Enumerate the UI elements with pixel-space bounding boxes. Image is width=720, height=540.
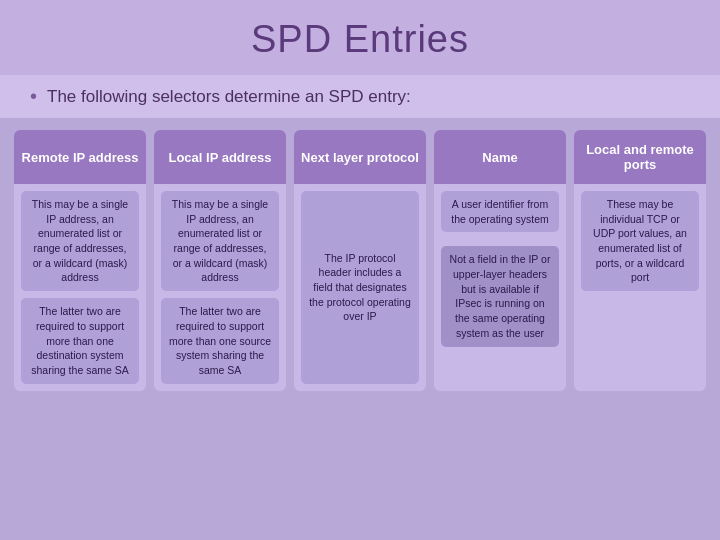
- card-local-ip: Local IP address This may be a single IP…: [154, 130, 286, 391]
- bullet-icon: •: [30, 85, 37, 108]
- card-name-block-bottom: Not a field in the IP or upper-layer hea…: [441, 246, 559, 346]
- page-title: SPD Entries: [20, 18, 700, 61]
- card-name-block-top: A user identifier from the operating sys…: [441, 191, 559, 232]
- card-local-remote-ports-block1: These may be individual TCP or UDP port …: [581, 191, 699, 291]
- card-remote-ip-body: This may be a single IP address, an enum…: [14, 184, 146, 391]
- card-local-ip-body: This may be a single IP address, an enum…: [154, 184, 286, 391]
- card-local-ip-block1: This may be a single IP address, an enum…: [161, 191, 279, 291]
- cards-container: Remote IP address This may be a single I…: [0, 118, 720, 403]
- card-remote-ip: Remote IP address This may be a single I…: [14, 130, 146, 391]
- card-next-layer-block1: The IP protocol header includes a field …: [301, 191, 419, 384]
- subtitle-text: The following selectors determine an SPD…: [47, 87, 411, 107]
- card-name: Name A user identifier from the operatin…: [434, 130, 566, 391]
- card-local-ip-header: Local IP address: [154, 130, 286, 184]
- card-next-layer: Next layer protocol The IP protocol head…: [294, 130, 426, 391]
- card-local-remote-ports: Local and remote ports These may be indi…: [574, 130, 706, 391]
- card-name-body: A user identifier from the operating sys…: [434, 184, 566, 391]
- header-section: SPD Entries: [0, 0, 720, 75]
- subtitle-row: • The following selectors determine an S…: [0, 75, 720, 118]
- card-name-header: Name: [434, 130, 566, 184]
- card-local-remote-ports-header: Local and remote ports: [574, 130, 706, 184]
- card-local-ip-block2: The latter two are required to support m…: [161, 298, 279, 383]
- card-remote-ip-header: Remote IP address: [14, 130, 146, 184]
- card-next-layer-body: The IP protocol header includes a field …: [294, 184, 426, 391]
- card-next-layer-header: Next layer protocol: [294, 130, 426, 184]
- card-remote-ip-block1: This may be a single IP address, an enum…: [21, 191, 139, 291]
- card-local-remote-ports-body: These may be individual TCP or UDP port …: [574, 184, 706, 391]
- card-remote-ip-block2: The latter two are required to support m…: [21, 298, 139, 383]
